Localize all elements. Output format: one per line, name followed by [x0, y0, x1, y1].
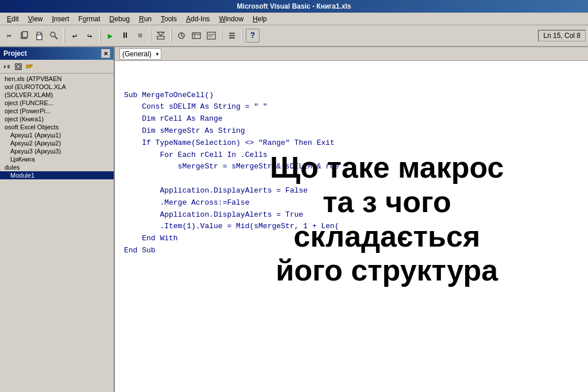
main-area: Project ✕ hen.xls (ATPVBAEN ool (EUROTOO…	[0, 47, 588, 392]
menu-addins[interactable]: Add-Ins	[181, 14, 214, 24]
sidebar-item-solver[interactable]: (SOLVER.XLAM)	[0, 91, 114, 99]
svg-rect-6	[157, 36, 164, 39]
redo-button[interactable]: ↪	[83, 29, 96, 43]
svg-rect-1	[22, 32, 28, 37]
help-button[interactable]: ?	[246, 29, 260, 43]
separator6	[242, 29, 243, 43]
code-content[interactable]: Sub MergeToOneCell() Const sDELIM As Str…	[115, 61, 588, 392]
sidebar-item-kniga1[interactable]: oject (Книга1)	[0, 115, 114, 123]
sidebar-item-eurotool[interactable]: ool (EUROTOOL.XLA	[0, 83, 114, 91]
svg-rect-14	[207, 32, 215, 39]
code-editor: (General) Sub MergeToOneCell() Const sDE…	[115, 47, 588, 392]
code-editor-header: (General)	[115, 47, 588, 61]
menu-view[interactable]: View	[24, 14, 48, 24]
menu-debug[interactable]: Debug	[105, 14, 134, 24]
stop-button[interactable]: ■	[133, 29, 147, 43]
sidebar-item-thisworkbook[interactable]: ЦяКнига	[0, 155, 114, 163]
title-bar: Microsoft Visual Basic - Книга1.xls	[0, 0, 588, 13]
svg-rect-3	[37, 32, 41, 35]
sidebar-toggle-button[interactable]	[24, 62, 36, 72]
menu-insert[interactable]: Insert	[48, 14, 74, 24]
run-button[interactable]: ▶	[103, 29, 117, 43]
svg-marker-7	[157, 32, 164, 36]
design-button[interactable]	[154, 29, 168, 43]
sidebar-project: Project ✕ hen.xls (ATPVBAEN ool (EUROTOO…	[0, 47, 115, 392]
sidebar-close-button[interactable]: ✕	[101, 49, 110, 58]
general-dropdown[interactable]: (General)	[119, 48, 161, 60]
sidebar-item-sheet3[interactable]: Аркуш3 (Аркуш3)	[0, 147, 114, 155]
separator4	[171, 29, 172, 43]
pause-button[interactable]: ⏸	[118, 29, 132, 43]
svg-point-25	[17, 65, 20, 68]
sidebar-title: Project	[3, 49, 27, 57]
sidebar-item-funcrec[interactable]: oject (FUNCRE...	[0, 99, 114, 107]
callstack-button[interactable]	[225, 29, 239, 43]
sidebar-item-sheet2[interactable]: Аркуш2 (Аркуш2)	[0, 139, 114, 147]
cursor-position: Ln 15, Col 8	[538, 30, 586, 41]
svg-point-4	[51, 32, 55, 37]
sidebar-view-code-button[interactable]	[1, 62, 13, 72]
separator1	[64, 29, 65, 43]
locals-button[interactable]	[189, 29, 203, 43]
menu-bar: Edit View Insert Format Debug Run Tools …	[0, 13, 588, 25]
menu-help[interactable]: Help	[248, 14, 272, 24]
sidebar-item-atpvbaen[interactable]: hen.xls (ATPVBAEN	[0, 75, 114, 83]
svg-marker-27	[30, 65, 33, 67]
sidebar-view-object-button[interactable]	[13, 62, 24, 72]
sidebar-header: Project ✕	[0, 47, 114, 60]
general-dropdown-wrapper[interactable]: (General)	[119, 48, 161, 60]
sidebar-tree: hen.xls (ATPVBAEN ool (EUROTOOL.XLA (SOL…	[0, 74, 114, 392]
sidebar-item-module1[interactable]: Module1	[0, 171, 114, 179]
copy-button[interactable]	[17, 29, 31, 43]
svg-marker-20	[4, 65, 6, 68]
cut-button[interactable]: ✂	[2, 29, 16, 43]
undo-button[interactable]: ↩	[68, 29, 82, 43]
separator3	[150, 29, 151, 43]
title-text: Microsoft Visual Basic - Книга1.xls	[237, 2, 351, 10]
immediate-button[interactable]	[204, 29, 218, 43]
sidebar-item-excel-objects[interactable]: osoft Excel Objects	[0, 123, 114, 131]
svg-rect-26	[26, 65, 30, 68]
svg-line-10	[181, 36, 183, 37]
sidebar-item-powerpi[interactable]: oject (PowerPi...	[0, 107, 114, 115]
sidebar-toolbar	[0, 60, 114, 74]
menu-run[interactable]: Run	[134, 14, 156, 24]
paste-button[interactable]	[32, 29, 46, 43]
toolbar: ✂ ↩ ↪ ▶ ⏸ ■ ? Ln 15, Col 8	[0, 25, 588, 47]
sidebar-item-sheet1[interactable]: Аркуш1 (Аркуш1)	[0, 131, 114, 139]
menu-edit[interactable]: Edit	[2, 14, 24, 24]
sidebar-item-modules[interactable]: dules	[0, 163, 114, 171]
svg-rect-11	[192, 33, 200, 39]
find-button[interactable]	[47, 29, 61, 43]
svg-line-5	[55, 36, 57, 39]
watch-button[interactable]	[175, 29, 188, 43]
menu-tools[interactable]: Tools	[156, 14, 181, 24]
separator5	[221, 29, 222, 43]
menu-format[interactable]: Format	[74, 14, 105, 24]
separator2	[99, 29, 100, 43]
menu-window[interactable]: Window	[214, 14, 248, 24]
